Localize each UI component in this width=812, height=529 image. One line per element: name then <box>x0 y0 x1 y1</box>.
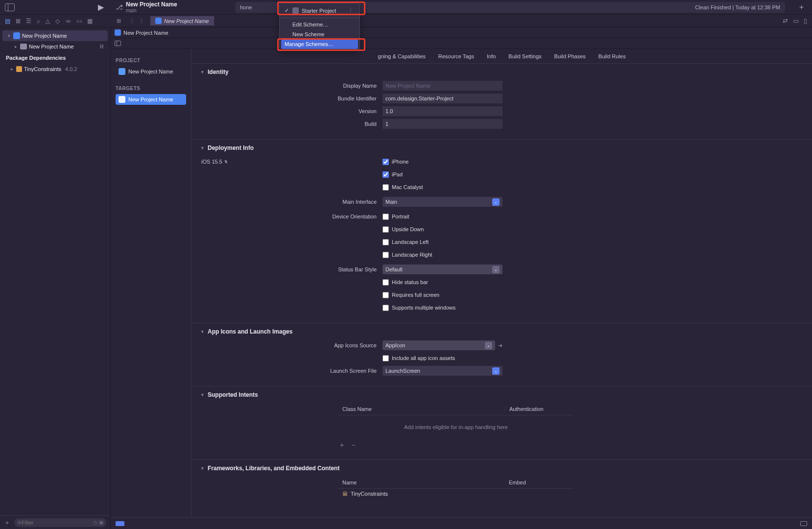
project-navigator-icon[interactable]: ▤ <box>5 18 10 24</box>
device-ipad-check[interactable]: iPad <box>382 171 502 178</box>
scheme-menu-current[interactable]: ✓ Starter Project 〉 <box>280 5 359 16</box>
device-iphone-check[interactable]: iPhone <box>382 159 502 165</box>
project-folder-label: New Project Name <box>29 44 74 49</box>
targets-section-header: TARGETS <box>116 86 186 91</box>
symbol-navigator-icon[interactable]: ☰ <box>26 18 31 24</box>
orientation-upside-check[interactable]: Upside Down <box>382 226 502 233</box>
debug-area-toggle[interactable] <box>116 521 124 526</box>
dropdown-icon: ⌄ <box>492 266 500 273</box>
disclosure-icon[interactable]: ▸ <box>9 67 14 72</box>
scm-filter-icon[interactable]: ▣ <box>99 520 103 525</box>
targets-list: PROJECT New Project Name TARGETS New Pro… <box>111 49 191 529</box>
nav-forward-button[interactable]: 〉 <box>138 16 147 25</box>
document-outline-bar <box>111 38 812 49</box>
app-target-icon <box>119 96 125 103</box>
add-button[interactable]: ＋ <box>4 518 10 527</box>
scheme-menu-edit[interactable]: Edit Scheme… <box>280 20 359 29</box>
project-folder-row[interactable]: ▸ New Project Name R <box>2 41 108 52</box>
adjust-editor-icon[interactable]: ▭ <box>793 17 799 24</box>
dropdown-icon: ⌄ <box>492 198 500 206</box>
supported-intents-header[interactable]: ▾ Supported Intents <box>201 391 802 398</box>
add-intent-button[interactable]: ＋ <box>338 441 345 450</box>
intents-empty-text: Add intents eligible for in-app handling… <box>338 415 573 439</box>
related-items-icon[interactable]: ⊞ <box>115 17 123 25</box>
find-navigator-icon[interactable]: ⌕ <box>37 18 40 24</box>
editor-tab-label: New Project Name <box>164 18 209 24</box>
identity-header[interactable]: ▾ Identity <box>201 69 802 75</box>
sidebar-toggle-icon[interactable] <box>5 3 15 11</box>
frameworks-header[interactable]: ▾ Frameworks, Libraries, and Embedded Co… <box>201 465 802 472</box>
editor-tab[interactable]: New Project Name <box>150 16 214 25</box>
scm-status-badge: R <box>100 44 104 49</box>
project-root-row[interactable]: ▾ New Project Name <box>2 30 108 41</box>
version-input[interactable] <box>382 106 502 116</box>
main-interface-select[interactable]: Main⌄ <box>382 197 502 207</box>
remove-intent-button[interactable]: － <box>350 441 357 450</box>
tab-info[interactable]: Info <box>486 50 497 62</box>
gear-icon[interactable]: ➜ <box>498 342 502 349</box>
filter-field[interactable]: ⊜ ◷ ▣ <box>14 518 106 527</box>
device-mac-check[interactable]: Mac Catalyst <box>382 184 502 191</box>
target-entry[interactable]: New Project Name <box>116 94 186 105</box>
run-button[interactable]: ▶ <box>98 2 104 12</box>
tab-build-phases[interactable]: Build Phases <box>553 50 587 62</box>
source-control-navigator-icon[interactable]: ⊠ <box>16 18 21 24</box>
build-input[interactable] <box>382 119 502 129</box>
main-interface-label: Main Interface <box>201 199 382 205</box>
orientation-landscape-left-check[interactable]: Landscape Left <box>382 239 502 245</box>
filter-icon: ⊜ <box>17 519 22 526</box>
deployment-target-select[interactable]: iOS 15.5⇅ <box>201 159 377 165</box>
outline-toggle-icon[interactable] <box>115 41 121 46</box>
filter-input[interactable] <box>22 520 93 526</box>
launch-screen-select[interactable]: LaunchScreen⌄ <box>382 366 502 376</box>
test-navigator-icon[interactable]: ◇ <box>55 18 60 24</box>
launch-screen-label: Launch Screen File <box>201 368 382 374</box>
editor-options-icon[interactable]: ⇄ <box>783 17 788 24</box>
clock-icon[interactable]: ◷ <box>93 520 97 525</box>
app-icons-source-select[interactable]: AppIcon⌄ <box>382 340 495 350</box>
orientation-landscape-right-check[interactable]: Landscape Right <box>382 252 502 258</box>
display-name-input[interactable] <box>382 81 502 91</box>
disclosure-icon[interactable]: ▾ <box>6 33 11 38</box>
framework-row[interactable]: 🏛TinyConstraints <box>338 489 573 499</box>
orientation-label: Device Orientation <box>201 214 382 219</box>
disclosure-icon[interactable]: ▸ <box>13 44 18 49</box>
requires-full-screen-check[interactable]: Requires full screen <box>382 292 502 298</box>
bundle-id-input[interactable] <box>382 94 502 103</box>
issue-navigator-icon[interactable]: △ <box>46 18 50 24</box>
chevron-down-icon: ▾ <box>201 329 204 334</box>
supports-multiple-windows-check[interactable]: Supports multiple windows <box>382 305 502 311</box>
nav-back-button[interactable]: 〈 <box>126 16 135 25</box>
deployment-header[interactable]: ▾ Deployment Info <box>201 144 802 151</box>
scheme-menu-new[interactable]: New Scheme <box>280 29 359 39</box>
app-icons-header[interactable]: ▾ App Icons and Launch Images <box>201 328 802 335</box>
run-destination[interactable]: hone <box>240 4 252 10</box>
scheme-menu-manage[interactable]: Manage Schemes… <box>281 39 358 49</box>
jump-bar-item[interactable]: New Project Name <box>123 30 168 36</box>
package-row[interactable]: ▸ TinyConstraints 4.0.2 <box>2 64 108 74</box>
tab-resource-tags[interactable]: Resource Tags <box>437 50 475 62</box>
variables-view-toggle[interactable] <box>800 521 807 526</box>
chevron-down-icon: ▾ <box>201 70 204 74</box>
project-entry[interactable]: New Project Name <box>116 66 186 77</box>
inspectors-toggle-icon[interactable]: ▯ <box>804 17 807 24</box>
orientation-portrait-check[interactable]: Portrait <box>382 214 502 220</box>
branch-name[interactable]: main <box>126 8 177 13</box>
library-add-button[interactable]: ＋ <box>798 2 805 12</box>
tab-build-settings[interactable]: Build Settings <box>507 50 542 62</box>
status-bar-style-select[interactable]: Default⌄ <box>382 264 502 274</box>
tab-signing[interactable]: gning & Capabilities <box>377 50 427 62</box>
breakpoint-navigator-icon[interactable]: ▭ <box>76 18 82 24</box>
package-dependencies-header: Package Dependencies <box>0 52 110 64</box>
jump-bar[interactable]: New Project Name <box>111 27 812 38</box>
hide-status-bar-check[interactable]: Hide status bar <box>382 279 502 286</box>
include-all-assets-check[interactable]: Include all app icon assets <box>382 355 502 361</box>
target-tab-bar: gning & Capabilities Resource Tags Info … <box>191 49 812 64</box>
tab-build-rules[interactable]: Build Rules <box>597 50 627 62</box>
debug-navigator-icon[interactable]: ⌯ <box>65 18 71 24</box>
project-section-header: PROJECT <box>116 58 186 63</box>
status-bar-style-label: Status Bar Style <box>201 266 382 272</box>
build-status: Clean Finished | Today at 12:38 PM <box>695 4 780 10</box>
menu-separator <box>280 18 359 18</box>
report-navigator-icon[interactable]: ▦ <box>87 18 93 24</box>
